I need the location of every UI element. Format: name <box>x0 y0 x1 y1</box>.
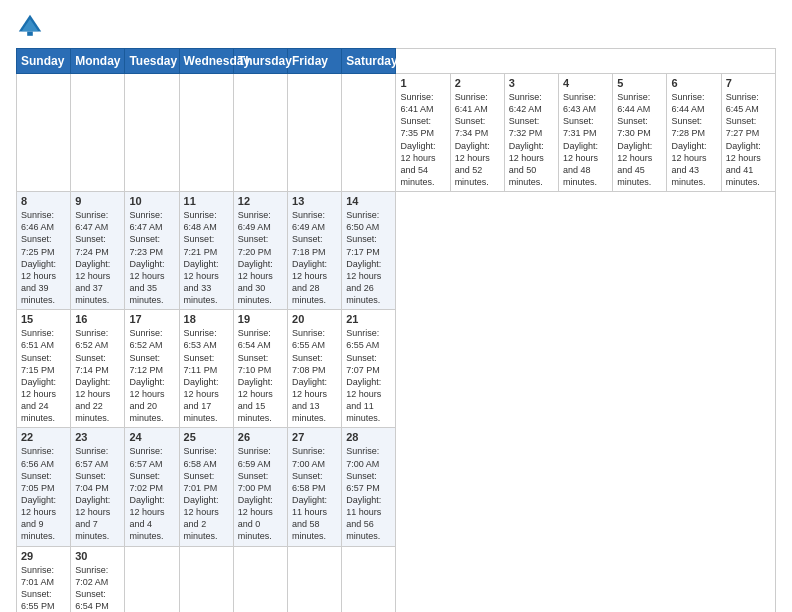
calendar-cell: 16Sunrise: 6:52 AMSunset: 7:14 PMDayligh… <box>71 310 125 428</box>
calendar-cell: 17Sunrise: 6:52 AMSunset: 7:12 PMDayligh… <box>125 310 179 428</box>
cell-content: Sunrise: 6:47 AMSunset: 7:24 PMDaylight:… <box>75 209 120 306</box>
cell-content: Sunrise: 6:54 AMSunset: 7:10 PMDaylight:… <box>238 327 283 424</box>
header <box>16 12 776 40</box>
calendar-cell: 28Sunrise: 7:00 AMSunset: 6:57 PMDayligh… <box>342 428 396 546</box>
day-number: 20 <box>292 313 337 325</box>
day-number: 24 <box>129 431 174 443</box>
day-number: 5 <box>617 77 662 89</box>
cell-content: Sunrise: 6:41 AMSunset: 7:34 PMDaylight:… <box>455 91 500 188</box>
cell-content: Sunrise: 7:00 AMSunset: 6:57 PMDaylight:… <box>346 445 391 542</box>
calendar-cell: 21Sunrise: 6:55 AMSunset: 7:07 PMDayligh… <box>342 310 396 428</box>
day-number: 8 <box>21 195 66 207</box>
cell-content: Sunrise: 6:57 AMSunset: 7:04 PMDaylight:… <box>75 445 120 542</box>
cell-content: Sunrise: 6:55 AMSunset: 7:07 PMDaylight:… <box>346 327 391 424</box>
page: SundayMondayTuesdayWednesdayThursdayFrid… <box>0 0 792 612</box>
day-number: 30 <box>75 550 120 562</box>
day-number: 29 <box>21 550 66 562</box>
calendar-cell: 8Sunrise: 6:46 AMSunset: 7:25 PMDaylight… <box>17 192 71 310</box>
calendar-cell: 1Sunrise: 6:41 AMSunset: 7:35 PMDaylight… <box>396 74 450 192</box>
calendar-cell: 23Sunrise: 6:57 AMSunset: 7:04 PMDayligh… <box>71 428 125 546</box>
calendar-cell: 9Sunrise: 6:47 AMSunset: 7:24 PMDaylight… <box>71 192 125 310</box>
col-header-saturday: Saturday <box>342 49 396 74</box>
cell-content: Sunrise: 6:59 AMSunset: 7:00 PMDaylight:… <box>238 445 283 542</box>
day-number: 13 <box>292 195 337 207</box>
calendar-cell: 20Sunrise: 6:55 AMSunset: 7:08 PMDayligh… <box>288 310 342 428</box>
col-header-monday: Monday <box>71 49 125 74</box>
cell-content: Sunrise: 7:01 AMSunset: 6:55 PMDaylight:… <box>21 564 66 613</box>
calendar-cell: 29Sunrise: 7:01 AMSunset: 6:55 PMDayligh… <box>17 546 71 612</box>
day-number: 28 <box>346 431 391 443</box>
calendar-week-row: 15Sunrise: 6:51 AMSunset: 7:15 PMDayligh… <box>17 310 776 428</box>
calendar-cell: 30Sunrise: 7:02 AMSunset: 6:54 PMDayligh… <box>71 546 125 612</box>
col-header-friday: Friday <box>288 49 342 74</box>
day-number: 2 <box>455 77 500 89</box>
logo <box>16 12 48 40</box>
calendar-cell: 4Sunrise: 6:43 AMSunset: 7:31 PMDaylight… <box>559 74 613 192</box>
day-number: 12 <box>238 195 283 207</box>
calendar-cell: 19Sunrise: 6:54 AMSunset: 7:10 PMDayligh… <box>233 310 287 428</box>
day-number: 3 <box>509 77 554 89</box>
calendar-cell: 26Sunrise: 6:59 AMSunset: 7:00 PMDayligh… <box>233 428 287 546</box>
day-number: 21 <box>346 313 391 325</box>
calendar-cell <box>233 546 287 612</box>
cell-content: Sunrise: 6:46 AMSunset: 7:25 PMDaylight:… <box>21 209 66 306</box>
day-number: 7 <box>726 77 771 89</box>
calendar-cell: 13Sunrise: 6:49 AMSunset: 7:18 PMDayligh… <box>288 192 342 310</box>
day-number: 23 <box>75 431 120 443</box>
cell-content: Sunrise: 6:42 AMSunset: 7:32 PMDaylight:… <box>509 91 554 188</box>
col-header-tuesday: Tuesday <box>125 49 179 74</box>
day-number: 4 <box>563 77 608 89</box>
calendar-cell: 3Sunrise: 6:42 AMSunset: 7:32 PMDaylight… <box>504 74 558 192</box>
cell-content: Sunrise: 6:49 AMSunset: 7:20 PMDaylight:… <box>238 209 283 306</box>
calendar-cell: 24Sunrise: 6:57 AMSunset: 7:02 PMDayligh… <box>125 428 179 546</box>
cell-content: Sunrise: 7:00 AMSunset: 6:58 PMDaylight:… <box>292 445 337 542</box>
calendar-cell <box>17 74 71 192</box>
calendar-table: SundayMondayTuesdayWednesdayThursdayFrid… <box>16 48 776 612</box>
calendar-cell <box>342 546 396 612</box>
cell-content: Sunrise: 6:43 AMSunset: 7:31 PMDaylight:… <box>563 91 608 188</box>
cell-content: Sunrise: 6:44 AMSunset: 7:28 PMDaylight:… <box>671 91 716 188</box>
cell-content: Sunrise: 6:52 AMSunset: 7:12 PMDaylight:… <box>129 327 174 424</box>
cell-content: Sunrise: 6:50 AMSunset: 7:17 PMDaylight:… <box>346 209 391 306</box>
cell-content: Sunrise: 6:47 AMSunset: 7:23 PMDaylight:… <box>129 209 174 306</box>
cell-content: Sunrise: 6:48 AMSunset: 7:21 PMDaylight:… <box>184 209 229 306</box>
calendar-cell: 6Sunrise: 6:44 AMSunset: 7:28 PMDaylight… <box>667 74 721 192</box>
cell-content: Sunrise: 6:56 AMSunset: 7:05 PMDaylight:… <box>21 445 66 542</box>
calendar-header-row: SundayMondayTuesdayWednesdayThursdayFrid… <box>17 49 776 74</box>
cell-content: Sunrise: 6:45 AMSunset: 7:27 PMDaylight:… <box>726 91 771 188</box>
cell-content: Sunrise: 6:53 AMSunset: 7:11 PMDaylight:… <box>184 327 229 424</box>
calendar-cell: 27Sunrise: 7:00 AMSunset: 6:58 PMDayligh… <box>288 428 342 546</box>
day-number: 16 <box>75 313 120 325</box>
calendar-cell: 5Sunrise: 6:44 AMSunset: 7:30 PMDaylight… <box>613 74 667 192</box>
svg-rect-2 <box>27 32 33 36</box>
calendar-cell: 22Sunrise: 6:56 AMSunset: 7:05 PMDayligh… <box>17 428 71 546</box>
day-number: 25 <box>184 431 229 443</box>
day-number: 26 <box>238 431 283 443</box>
calendar-cell: 18Sunrise: 6:53 AMSunset: 7:11 PMDayligh… <box>179 310 233 428</box>
day-number: 22 <box>21 431 66 443</box>
day-number: 9 <box>75 195 120 207</box>
calendar-cell: 7Sunrise: 6:45 AMSunset: 7:27 PMDaylight… <box>721 74 775 192</box>
calendar-cell <box>233 74 287 192</box>
calendar-cell <box>125 546 179 612</box>
calendar-cell <box>288 546 342 612</box>
day-number: 17 <box>129 313 174 325</box>
cell-content: Sunrise: 6:51 AMSunset: 7:15 PMDaylight:… <box>21 327 66 424</box>
day-number: 18 <box>184 313 229 325</box>
calendar-cell <box>179 546 233 612</box>
day-number: 10 <box>129 195 174 207</box>
col-header-sunday: Sunday <box>17 49 71 74</box>
calendar-week-row: 8Sunrise: 6:46 AMSunset: 7:25 PMDaylight… <box>17 192 776 310</box>
calendar-week-row: 29Sunrise: 7:01 AMSunset: 6:55 PMDayligh… <box>17 546 776 612</box>
day-number: 11 <box>184 195 229 207</box>
cell-content: Sunrise: 6:58 AMSunset: 7:01 PMDaylight:… <box>184 445 229 542</box>
cell-content: Sunrise: 6:49 AMSunset: 7:18 PMDaylight:… <box>292 209 337 306</box>
calendar-cell <box>71 74 125 192</box>
day-number: 14 <box>346 195 391 207</box>
cell-content: Sunrise: 6:55 AMSunset: 7:08 PMDaylight:… <box>292 327 337 424</box>
calendar-cell <box>179 74 233 192</box>
calendar-week-row: 22Sunrise: 6:56 AMSunset: 7:05 PMDayligh… <box>17 428 776 546</box>
cell-content: Sunrise: 6:57 AMSunset: 7:02 PMDaylight:… <box>129 445 174 542</box>
day-number: 6 <box>671 77 716 89</box>
cell-content: Sunrise: 7:02 AMSunset: 6:54 PMDaylight:… <box>75 564 120 613</box>
